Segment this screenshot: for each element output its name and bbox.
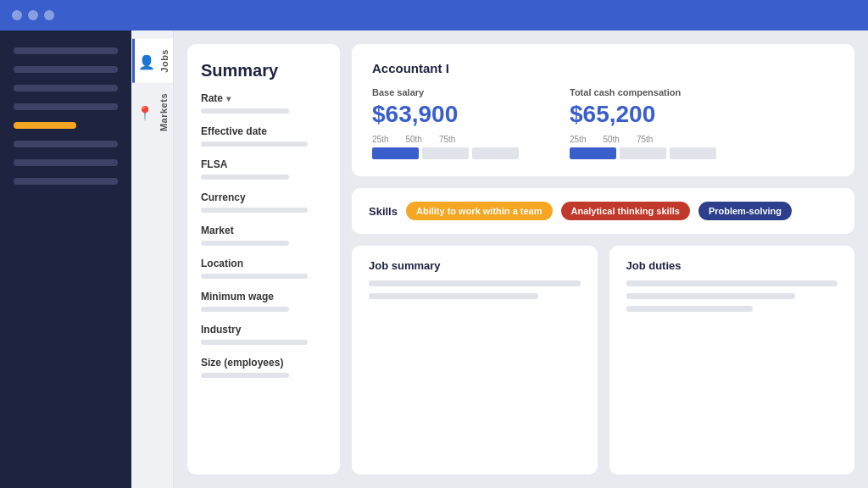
base-salary-bar xyxy=(372,147,519,159)
field-flsa: FLSA xyxy=(201,158,326,180)
minimum-wage-label: Minimum wage xyxy=(201,291,326,302)
base-25th: 25th xyxy=(372,135,388,144)
location-value-line xyxy=(201,274,308,279)
base-50th: 50th xyxy=(405,135,421,144)
summary-title: Summary xyxy=(201,61,326,80)
summary-panel: Summary Rate ▾ Effective date FLSA Curre… xyxy=(187,44,340,474)
field-location: Location xyxy=(201,258,326,279)
field-market: Market xyxy=(201,225,326,246)
rate-dropdown-icon[interactable]: ▾ xyxy=(226,94,231,103)
jobs-icon: 👤 xyxy=(138,54,154,71)
markets-tab-label: Markets xyxy=(158,93,168,131)
skills-card: Skills Ability to work within a team Ana… xyxy=(352,188,854,234)
effective-date-value-line xyxy=(201,141,308,147)
base-bar-empty1 xyxy=(422,147,469,159)
flsa-value-line xyxy=(201,175,289,180)
window-dot-2[interactable] xyxy=(28,10,38,20)
market-value-line xyxy=(201,241,289,246)
market-label: Market xyxy=(201,225,326,236)
size-employees-label: Size (employees) xyxy=(201,357,326,369)
nav-item-1[interactable] xyxy=(14,47,118,54)
duties-line-1 xyxy=(626,280,838,286)
nav-item-4[interactable] xyxy=(14,103,118,110)
job-summary-title: Job summary xyxy=(369,259,581,272)
jobs-tab-label: Jobs xyxy=(159,49,170,73)
markets-icon: 📍 xyxy=(136,105,153,122)
nav-item-2[interactable] xyxy=(14,66,118,73)
tab-jobs[interactable]: 👤 Jobs xyxy=(132,39,173,83)
total-25th: 25th xyxy=(570,135,586,144)
flsa-label: FLSA xyxy=(201,158,326,170)
duties-line-2 xyxy=(626,293,796,299)
app-body: 👤 Jobs 📍 Markets Summary Rate ▾ Effectiv… xyxy=(0,30,868,488)
skill-tag-analytical[interactable]: Analytical thinking skills xyxy=(561,202,690,220)
total-50th: 50th xyxy=(603,135,619,144)
field-size-employees: Size (employees) xyxy=(201,357,326,378)
summary-line-1 xyxy=(369,280,581,286)
content-area: Summary Rate ▾ Effective date FLSA Curre… xyxy=(174,30,868,488)
detail-panel: Accountant I Base salary $63,900 25th 50… xyxy=(352,44,854,474)
currency-label: Currency xyxy=(201,191,326,203)
total-bar-filled xyxy=(570,147,616,159)
job-title: Accountant I xyxy=(372,61,834,75)
summary-line-2 xyxy=(369,293,538,299)
nav-item-7[interactable] xyxy=(14,159,118,166)
job-duties-title: Job duties xyxy=(626,259,838,272)
base-salary-label: Base salary xyxy=(372,87,519,97)
nav-item-8[interactable] xyxy=(14,178,118,185)
field-minimum-wage: Minimum wage xyxy=(201,291,326,312)
field-effective-date: Effective date xyxy=(201,125,326,147)
skills-row: Skills Ability to work within a team Ana… xyxy=(369,202,837,220)
rate-value-line xyxy=(201,108,289,114)
currency-value-line xyxy=(201,208,308,213)
industry-label: Industry xyxy=(201,324,326,336)
size-employees-value-line xyxy=(201,373,289,378)
skills-label: Skills xyxy=(369,205,398,218)
skill-tag-team[interactable]: Ability to work within a team xyxy=(406,202,553,220)
nav-item-5-active[interactable] xyxy=(14,122,76,129)
field-rate: Rate ▾ xyxy=(201,92,326,114)
minimum-wage-value-line xyxy=(201,307,289,312)
total-cash-label: Total cash compensation xyxy=(570,87,716,97)
total-cash-bar xyxy=(570,147,716,159)
base-bar-empty2 xyxy=(472,147,519,159)
base-75th: 75th xyxy=(439,135,455,144)
field-rate-label: Rate ▾ xyxy=(201,92,326,104)
bottom-cards: Job summary Job duties xyxy=(352,246,854,474)
base-percentile-row: 25th 50th 75th xyxy=(372,135,519,144)
total-bar-empty1 xyxy=(620,147,666,159)
base-bar-filled xyxy=(372,147,419,159)
salary-card: Accountant I Base salary $63,900 25th 50… xyxy=(352,44,854,176)
field-industry: Industry xyxy=(201,324,326,345)
total-cash-amount: $65,200 xyxy=(570,101,716,128)
location-label: Location xyxy=(201,258,326,269)
window-dot-3[interactable] xyxy=(44,10,54,20)
total-75th: 75th xyxy=(637,135,653,144)
base-salary-amount: $63,900 xyxy=(372,101,519,128)
field-currency: Currency xyxy=(201,191,326,213)
job-duties-card: Job duties xyxy=(609,246,855,474)
skill-tag-problem-solving[interactable]: Problem-solving xyxy=(698,202,792,220)
side-tabs: 👤 Jobs 📍 Markets xyxy=(131,30,174,488)
industry-value-line xyxy=(201,340,308,345)
window-dot-1[interactable] xyxy=(12,10,22,20)
salary-row: Base salary $63,900 25th 50th 75th xyxy=(372,87,834,159)
duties-line-3 xyxy=(626,306,754,312)
total-percentile-row: 25th 50th 75th xyxy=(570,135,716,144)
nav-item-6[interactable] xyxy=(14,141,118,147)
base-salary-block: Base salary $63,900 25th 50th 75th xyxy=(372,87,519,159)
nav-item-3[interactable] xyxy=(14,85,118,92)
total-cash-block: Total cash compensation $65,200 25th 50t… xyxy=(570,87,716,159)
tab-markets[interactable]: 📍 Markets xyxy=(132,83,173,141)
effective-date-label: Effective date xyxy=(201,125,326,137)
total-bar-empty2 xyxy=(670,147,716,159)
title-bar xyxy=(0,0,868,30)
left-nav xyxy=(0,30,131,488)
job-summary-card: Job summary xyxy=(352,246,598,474)
